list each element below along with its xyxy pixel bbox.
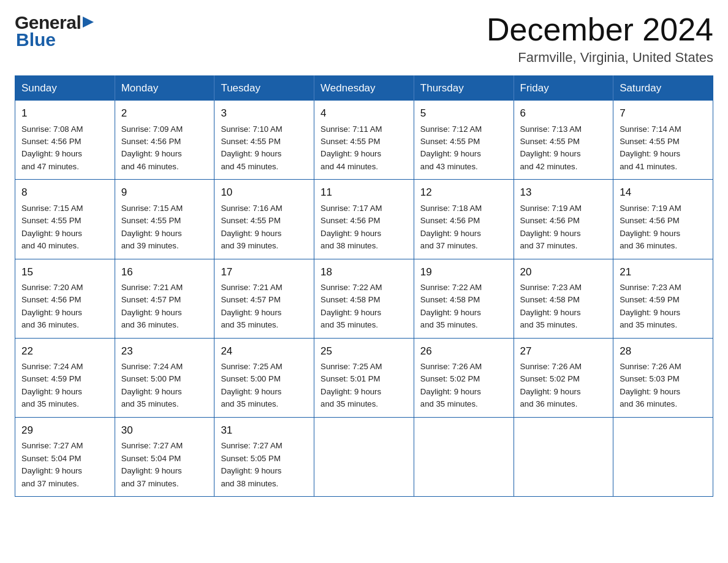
day-number: 4 — [320, 105, 408, 121]
day-number: 15 — [21, 264, 108, 280]
calendar-week-row: 29Sunrise: 7:27 AMSunset: 5:04 PMDayligh… — [15, 417, 713, 496]
day-number: 16 — [121, 264, 208, 280]
table-row: 5Sunrise: 7:12 AMSunset: 4:55 PMDaylight… — [414, 101, 514, 180]
table-row: 8Sunrise: 7:15 AMSunset: 4:55 PMDaylight… — [15, 180, 115, 259]
day-number: 12 — [420, 185, 507, 201]
calendar-week-row: 1Sunrise: 7:08 AMSunset: 4:56 PMDaylight… — [15, 101, 713, 180]
day-info: Sunrise: 7:15 AMSunset: 4:55 PMDaylight:… — [121, 202, 208, 253]
day-number: 18 — [320, 264, 408, 280]
day-number: 27 — [520, 343, 607, 359]
day-number: 21 — [620, 264, 707, 280]
day-info: Sunrise: 7:25 AMSunset: 5:00 PMDaylight:… — [221, 361, 308, 411]
day-number: 1 — [21, 105, 108, 121]
calendar-header-row: Sunday Monday Tuesday Wednesday Thursday… — [15, 76, 713, 101]
day-info: Sunrise: 7:27 AMSunset: 5:04 PMDaylight:… — [121, 440, 208, 490]
day-number: 20 — [520, 264, 607, 280]
day-number: 7 — [620, 105, 707, 121]
day-number: 24 — [221, 343, 308, 359]
table-row: 30Sunrise: 7:27 AMSunset: 5:04 PMDayligh… — [115, 417, 214, 496]
header: General Blue December 2024 Farmville, Vi… — [15, 12, 713, 66]
table-row: 18Sunrise: 7:22 AMSunset: 4:58 PMDayligh… — [314, 259, 414, 338]
day-info: Sunrise: 7:26 AMSunset: 5:02 PMDaylight:… — [420, 361, 507, 411]
table-row: 6Sunrise: 7:13 AMSunset: 4:55 PMDaylight… — [514, 101, 613, 180]
col-thursday: Thursday — [414, 76, 514, 101]
day-number: 3 — [221, 105, 308, 121]
table-row: 23Sunrise: 7:24 AMSunset: 5:00 PMDayligh… — [115, 338, 214, 417]
day-info: Sunrise: 7:13 AMSunset: 4:55 PMDaylight:… — [520, 123, 607, 174]
location-subtitle: Farmville, Virginia, United States — [487, 50, 713, 66]
table-row — [414, 417, 514, 496]
day-number: 23 — [121, 343, 208, 359]
table-row: 27Sunrise: 7:26 AMSunset: 5:02 PMDayligh… — [514, 338, 613, 417]
table-row: 1Sunrise: 7:08 AMSunset: 4:56 PMDaylight… — [15, 101, 115, 180]
calendar-week-row: 8Sunrise: 7:15 AMSunset: 4:55 PMDaylight… — [15, 180, 713, 259]
table-row — [514, 417, 613, 496]
day-number: 25 — [320, 343, 408, 359]
day-number: 8 — [21, 185, 108, 201]
day-info: Sunrise: 7:26 AMSunset: 5:02 PMDaylight:… — [520, 361, 607, 411]
day-info: Sunrise: 7:19 AMSunset: 4:56 PMDaylight:… — [520, 202, 607, 253]
table-row: 2Sunrise: 7:09 AMSunset: 4:56 PMDaylight… — [115, 101, 214, 180]
day-info: Sunrise: 7:24 AMSunset: 4:59 PMDaylight:… — [21, 361, 108, 411]
calendar-week-row: 22Sunrise: 7:24 AMSunset: 4:59 PMDayligh… — [15, 338, 713, 417]
day-number: 9 — [121, 185, 208, 201]
day-number: 31 — [221, 423, 308, 439]
table-row: 26Sunrise: 7:26 AMSunset: 5:02 PMDayligh… — [414, 338, 514, 417]
day-info: Sunrise: 7:24 AMSunset: 5:00 PMDaylight:… — [121, 361, 208, 411]
table-row: 17Sunrise: 7:21 AMSunset: 4:57 PMDayligh… — [214, 259, 314, 338]
page-container: General Blue December 2024 Farmville, Vi… — [0, 0, 728, 511]
col-monday: Monday — [115, 76, 214, 101]
table-row: 11Sunrise: 7:17 AMSunset: 4:56 PMDayligh… — [314, 180, 414, 259]
table-row: 10Sunrise: 7:16 AMSunset: 4:55 PMDayligh… — [214, 180, 314, 259]
table-row — [314, 417, 414, 496]
col-sunday: Sunday — [15, 76, 115, 101]
day-number: 28 — [620, 343, 707, 359]
table-row: 4Sunrise: 7:11 AMSunset: 4:55 PMDaylight… — [314, 101, 414, 180]
logo: General Blue — [15, 12, 94, 50]
table-row: 29Sunrise: 7:27 AMSunset: 5:04 PMDayligh… — [15, 417, 115, 496]
col-friday: Friday — [514, 76, 613, 101]
day-number: 11 — [320, 185, 408, 201]
table-row: 12Sunrise: 7:18 AMSunset: 4:56 PMDayligh… — [414, 180, 514, 259]
col-tuesday: Tuesday — [214, 76, 314, 101]
day-info: Sunrise: 7:21 AMSunset: 4:57 PMDaylight:… — [221, 282, 308, 332]
table-row: 16Sunrise: 7:21 AMSunset: 4:57 PMDayligh… — [115, 259, 214, 338]
table-row: 9Sunrise: 7:15 AMSunset: 4:55 PMDaylight… — [115, 180, 214, 259]
month-title: December 2024 — [487, 12, 713, 47]
day-info: Sunrise: 7:21 AMSunset: 4:57 PMDaylight:… — [121, 282, 208, 332]
day-number: 2 — [121, 105, 208, 121]
day-info: Sunrise: 7:15 AMSunset: 4:55 PMDaylight:… — [21, 202, 108, 253]
table-row: 22Sunrise: 7:24 AMSunset: 4:59 PMDayligh… — [15, 338, 115, 417]
day-info: Sunrise: 7:10 AMSunset: 4:55 PMDaylight:… — [221, 123, 308, 174]
day-info: Sunrise: 7:08 AMSunset: 4:56 PMDaylight:… — [21, 123, 108, 174]
day-info: Sunrise: 7:25 AMSunset: 5:01 PMDaylight:… — [320, 361, 408, 411]
table-row: 21Sunrise: 7:23 AMSunset: 4:59 PMDayligh… — [613, 259, 713, 338]
table-row: 19Sunrise: 7:22 AMSunset: 4:58 PMDayligh… — [414, 259, 514, 338]
day-number: 6 — [520, 105, 607, 121]
day-info: Sunrise: 7:14 AMSunset: 4:55 PMDaylight:… — [620, 123, 707, 174]
day-info: Sunrise: 7:23 AMSunset: 4:58 PMDaylight:… — [520, 282, 607, 332]
day-number: 29 — [21, 423, 108, 439]
day-info: Sunrise: 7:12 AMSunset: 4:55 PMDaylight:… — [420, 123, 507, 174]
day-number: 5 — [420, 105, 507, 121]
day-number: 19 — [420, 264, 507, 280]
day-info: Sunrise: 7:22 AMSunset: 4:58 PMDaylight:… — [320, 282, 408, 332]
day-number: 30 — [121, 423, 208, 439]
day-info: Sunrise: 7:27 AMSunset: 5:04 PMDaylight:… — [21, 440, 108, 490]
table-row: 13Sunrise: 7:19 AMSunset: 4:56 PMDayligh… — [514, 180, 613, 259]
day-number: 13 — [520, 185, 607, 201]
table-row: 15Sunrise: 7:20 AMSunset: 4:56 PMDayligh… — [15, 259, 115, 338]
day-info: Sunrise: 7:16 AMSunset: 4:55 PMDaylight:… — [221, 202, 308, 253]
table-row: 24Sunrise: 7:25 AMSunset: 5:00 PMDayligh… — [214, 338, 314, 417]
day-info: Sunrise: 7:27 AMSunset: 5:05 PMDaylight:… — [221, 440, 308, 490]
table-row: 14Sunrise: 7:19 AMSunset: 4:56 PMDayligh… — [613, 180, 713, 259]
svg-marker-0 — [83, 17, 94, 28]
day-info: Sunrise: 7:11 AMSunset: 4:55 PMDaylight:… — [320, 123, 408, 174]
table-row: 25Sunrise: 7:25 AMSunset: 5:01 PMDayligh… — [314, 338, 414, 417]
title-area: December 2024 Farmville, Virginia, Unite… — [487, 12, 713, 66]
day-info: Sunrise: 7:17 AMSunset: 4:56 PMDaylight:… — [320, 202, 408, 253]
day-info: Sunrise: 7:23 AMSunset: 4:59 PMDaylight:… — [620, 282, 707, 332]
day-info: Sunrise: 7:09 AMSunset: 4:56 PMDaylight:… — [121, 123, 208, 174]
day-number: 26 — [420, 343, 507, 359]
day-info: Sunrise: 7:19 AMSunset: 4:56 PMDaylight:… — [620, 202, 707, 253]
